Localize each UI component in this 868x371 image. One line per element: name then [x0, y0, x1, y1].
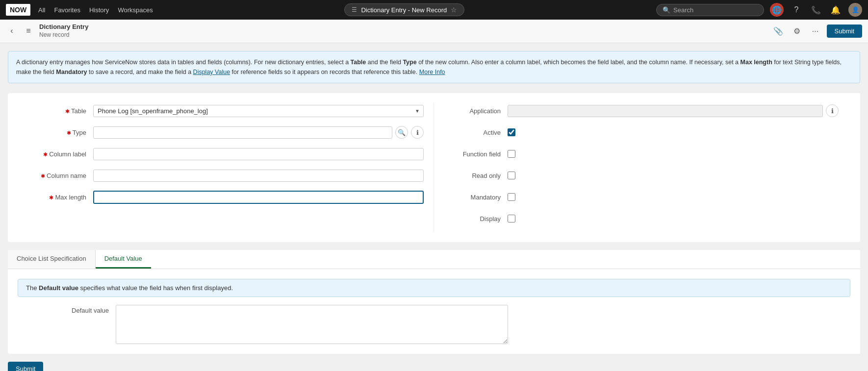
column-label-control: IncidentNumber: [93, 148, 424, 160]
read-only-checkbox[interactable]: [508, 172, 515, 179]
max-length-control: 40: [93, 191, 424, 204]
page-title-sub: New record: [39, 31, 88, 39]
info-bold-table: Table: [351, 59, 366, 66]
column-name-row: Column name u_incidentnumber: [29, 168, 424, 183]
info-bold-mandatory: Mandatory: [56, 69, 87, 75]
table-control: Phone Log [sn_openframe_phone_log]: [93, 105, 424, 117]
info-bold-type: Type: [403, 59, 416, 66]
application-label: Application: [444, 107, 508, 115]
display-checkbox[interactable]: [508, 215, 515, 223]
column-label-label: Column label: [29, 150, 93, 158]
function-field-checkbox[interactable]: [508, 150, 515, 158]
avatar[interactable]: 👤: [848, 3, 862, 17]
column-name-label: Column name: [29, 172, 93, 179]
active-checkbox[interactable]: [508, 128, 515, 136]
info-text5: to save a record, and make the field a: [89, 69, 193, 75]
search-box[interactable]: 🔍: [656, 4, 764, 16]
more-info-link[interactable]: More Info: [419, 69, 445, 75]
mandatory-label: Mandatory: [444, 194, 508, 201]
type-label: Type: [29, 129, 93, 136]
form-grid: Table Phone Log [sn_openframe_phone_log]…: [20, 103, 848, 232]
tab-default-value[interactable]: Default Value: [96, 250, 151, 269]
star-icon[interactable]: ☆: [451, 6, 457, 14]
form-left: Table Phone Log [sn_openframe_phone_log]…: [20, 103, 434, 232]
sub-header-left: ‹ ≡ Dictionary Entry New record: [6, 23, 771, 39]
search-input[interactable]: [673, 6, 758, 14]
nav-links: All Favorites History Workspaces: [38, 6, 153, 14]
tab-choice-list[interactable]: Choice List Specification: [8, 250, 96, 269]
function-field-row: Function field: [444, 146, 839, 162]
type-control: String 🔍 ℹ: [93, 126, 424, 139]
nav-history[interactable]: History: [89, 6, 109, 14]
form-section: Table Phone Log [sn_openframe_phone_log]…: [8, 93, 860, 242]
tabs-section: Choice List Specification Default Value …: [8, 250, 860, 354]
mandatory-row: Mandatory: [444, 189, 839, 205]
read-only-control: [508, 172, 839, 179]
hamburger-button[interactable]: ≡: [23, 25, 34, 37]
active-label: Active: [444, 129, 508, 136]
sub-header-actions: 📎 ⚙ ··· Submit: [771, 24, 862, 39]
function-field-label: Function field: [444, 150, 508, 158]
form-right: Application Global ℹ Active Function fie…: [434, 103, 848, 232]
info-text2: and the field: [368, 59, 403, 66]
column-label-input[interactable]: IncidentNumber: [93, 148, 424, 160]
active-row: Active: [444, 124, 839, 140]
phone-icon[interactable]: 📞: [809, 3, 823, 17]
column-name-control: u_incidentnumber: [93, 170, 424, 182]
nav-center: ☰ Dictionary Entry - New Record ☆: [161, 3, 648, 16]
default-value-input[interactable]: [116, 305, 508, 344]
breadcrumb-tab[interactable]: ☰ Dictionary Entry - New Record ☆: [344, 3, 464, 16]
table-row: Table Phone Log [sn_openframe_phone_log]: [29, 103, 424, 119]
display-row: Display: [444, 211, 839, 226]
more-icon[interactable]: ···: [808, 24, 823, 39]
bell-icon[interactable]: 🔔: [829, 3, 842, 17]
default-value-row: Default value: [18, 305, 850, 344]
tab-content: The Default value specifies what value t…: [8, 269, 860, 354]
max-length-input[interactable]: 40: [93, 191, 424, 204]
submit-button-top[interactable]: Submit: [827, 25, 862, 38]
now-logo[interactable]: NOW: [6, 4, 30, 16]
help-icon[interactable]: ?: [790, 3, 803, 17]
search-icon: 🔍: [663, 6, 670, 14]
info-bold-max-length: Max length: [740, 59, 772, 66]
back-button[interactable]: ‹: [6, 25, 18, 37]
type-row: Type String 🔍 ℹ: [29, 124, 424, 140]
nav-favorites[interactable]: Favorites: [54, 6, 80, 14]
display-control: [508, 215, 839, 223]
default-value-banner: The Default value specifies what value t…: [18, 279, 850, 297]
table-select[interactable]: Phone Log [sn_openframe_phone_log]: [93, 105, 424, 117]
display-label: Display: [444, 215, 508, 223]
function-field-control: [508, 150, 839, 158]
nav-right: 🔍 🌐 ? 📞 🔔 👤: [656, 3, 862, 17]
max-length-label: Max length: [29, 194, 93, 201]
mandatory-checkbox[interactable]: [508, 193, 515, 201]
type-info-icon[interactable]: ℹ: [411, 126, 424, 139]
nav-all[interactable]: All: [38, 6, 45, 14]
display-value-link[interactable]: Display Value: [193, 69, 230, 75]
page-title-block: Dictionary Entry New record: [39, 23, 88, 39]
top-navigation: NOW All Favorites History Workspaces ☰ D…: [0, 0, 868, 20]
max-length-row: Max length 40: [29, 189, 424, 205]
nav-workspaces[interactable]: Workspaces: [118, 6, 153, 14]
info-text3: of the new column. Also enter a column l…: [418, 59, 740, 66]
submit-button-bottom[interactable]: Submit: [8, 362, 43, 371]
tabs-header: Choice List Specification Default Value: [8, 250, 860, 269]
read-only-label: Read only: [444, 172, 508, 179]
menu-icon: ☰: [352, 6, 357, 13]
column-label-row: Column label IncidentNumber: [29, 146, 424, 162]
type-search-icon[interactable]: 🔍: [395, 126, 408, 139]
column-name-input[interactable]: u_incidentnumber: [93, 170, 424, 182]
application-row: Application Global ℹ: [444, 103, 839, 119]
application-info-icon[interactable]: ℹ: [826, 104, 839, 117]
read-only-row: Read only: [444, 168, 839, 183]
settings-icon[interactable]: ⚙: [790, 24, 804, 39]
table-select-wrapper: Phone Log [sn_openframe_phone_log]: [93, 105, 424, 117]
sub-header: ‹ ≡ Dictionary Entry New record 📎 ⚙ ··· …: [0, 20, 868, 43]
main-content: A dictionary entry manages how ServiceNo…: [0, 43, 868, 371]
attach-icon[interactable]: 📎: [771, 24, 786, 39]
active-control: [508, 128, 839, 136]
type-input[interactable]: String: [93, 126, 392, 139]
globe-icon[interactable]: 🌐: [770, 3, 784, 17]
info-banner: A dictionary entry manages how ServiceNo…: [8, 51, 860, 83]
application-input[interactable]: Global: [508, 105, 823, 117]
